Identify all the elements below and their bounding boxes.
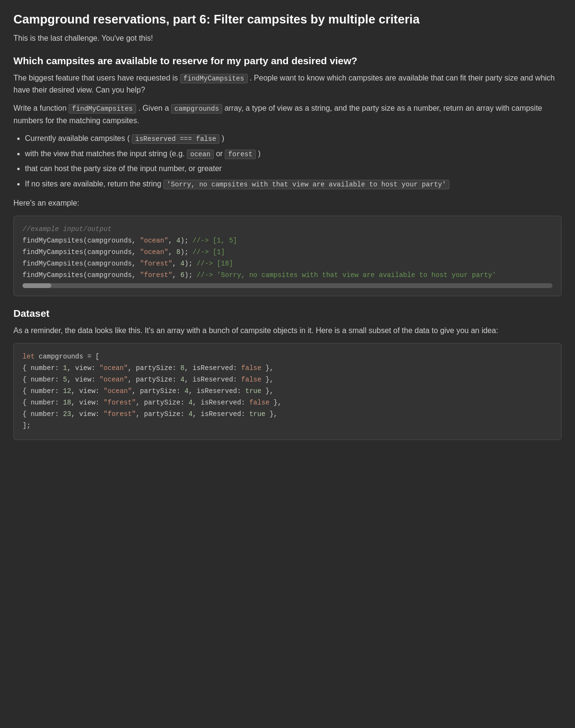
ds-row1-ps-val: 8 <box>181 364 184 372</box>
isReserved-code: isReserved === false <box>132 134 219 144</box>
ds-row2-view-val: "ocean" <box>100 376 128 383</box>
intro2-pre: Write a function <box>13 104 69 112</box>
criteria-item-1: Currently available campsites ( isReserv… <box>25 132 562 145</box>
ds-row3-pre: { number: <box>23 387 63 395</box>
ds-row2-ps-val: 4 <box>181 376 184 383</box>
ds-row2-pre: { number: <box>23 376 63 383</box>
ds-close: ]; <box>23 420 552 432</box>
code-fn4: findMyCampsites(campgrounds, <box>23 271 140 279</box>
bullet1-post: ) <box>222 134 224 142</box>
code-num4: 6 <box>181 271 184 279</box>
example-label: Here's an example: <box>13 197 562 209</box>
question-heading: Which campsites are available to reserve… <box>13 54 562 67</box>
ds-row1-ps-label: , partySize: <box>128 364 181 372</box>
ds-row3-res-val: true <box>245 387 262 395</box>
criteria-item-4: If no sites are available, return the st… <box>25 178 562 190</box>
code-line-1: findMyCampsites(campgrounds, "ocean", 4)… <box>23 235 552 247</box>
page-title: Campground reservations, part 6: Filter … <box>13 12 562 27</box>
ds-row2-close: }, <box>261 376 273 383</box>
dataset-code-block: let campgrounds = [ { number: 1, view: "… <box>13 343 562 439</box>
ds-row2-res-label: , isReserved: <box>184 376 241 383</box>
dataset-section: Dataset As a reminder, the data looks li… <box>13 307 562 440</box>
code-num1: 4 <box>176 237 180 244</box>
ds-row-2: { number: 5, view: "ocean", partySize: 4… <box>23 374 552 386</box>
ds-row1-pre: { number: <box>23 364 63 372</box>
ds-row-4: { number: 18, view: "forest", partySize:… <box>23 397 552 409</box>
code-comment: //example input/output <box>23 225 112 233</box>
ds-row4-ps-label: , partySize: <box>136 399 189 406</box>
code-result1: //-> [1, 5] <box>193 237 237 244</box>
ds-row5-res-label: , isReserved: <box>193 410 249 418</box>
bullet2-or: or <box>216 150 225 158</box>
ds-row3-ps-label: , partySize: <box>132 387 184 395</box>
ds-row5-view-val: "forest" <box>104 410 136 418</box>
bullet4-pre: If no sites are available, return the st… <box>25 180 163 188</box>
scrollbar-track[interactable] <box>23 283 552 288</box>
ds-row-5: { number: 23, view: "forest", partySize:… <box>23 409 552 420</box>
code-str1: "ocean" <box>140 237 168 244</box>
code-sep3: , <box>172 260 181 267</box>
code-sep4: , <box>172 271 181 279</box>
campgrounds-inline: campgrounds <box>171 104 222 114</box>
ds-row2-ps-label: , partySize: <box>128 376 181 383</box>
ds-row1-close: }, <box>261 364 273 372</box>
code-result3: //-> [18] <box>196 260 233 267</box>
ds-declaration: let campgrounds = [ <box>23 351 552 363</box>
bullet1-pre: Currently available campsites ( <box>25 134 132 142</box>
bullet2-post: ) <box>258 150 260 158</box>
ds-row5-close: }, <box>265 410 277 418</box>
code-num2: 8 <box>176 248 180 256</box>
ds-row4-close: }, <box>269 399 281 406</box>
ds-row4-view-label: , view: <box>71 399 104 406</box>
code-close3: ); <box>184 260 196 267</box>
ds-keyword: let <box>23 353 34 360</box>
ds-row2-view-label: , view: <box>67 376 100 383</box>
ds-row3-close: }, <box>261 387 273 395</box>
ds-row5-pre: { number: <box>23 410 63 418</box>
ds-row4-res-val: false <box>249 399 269 406</box>
code-close4: ); <box>184 271 196 279</box>
code-result2: //-> [1] <box>193 248 225 256</box>
code-fn1: findMyCampsites(campgrounds, <box>23 237 140 244</box>
forest-code: forest <box>225 150 256 159</box>
sorry-string-code: 'Sorry, no campsites with that view are … <box>163 180 449 189</box>
ds-row4-ps-val: 4 <box>188 399 192 406</box>
ds-row4-pre: { number: <box>23 399 63 406</box>
ds-row5-num: 23 <box>63 410 71 418</box>
ds-varname: campgrounds = [ <box>34 353 99 360</box>
ds-row1-res-val: false <box>241 364 261 372</box>
ds-row5-ps-val: 4 <box>188 410 192 418</box>
ds-row1-view-val: "ocean" <box>100 364 128 372</box>
bullet2-pre: with the view that matches the input str… <box>25 150 187 158</box>
criteria-item-2: with the view that matches the input str… <box>25 148 562 160</box>
ds-row3-view-val: "ocean" <box>104 387 132 395</box>
code-close1: ); <box>181 237 193 244</box>
code-str2: "ocean" <box>140 248 168 256</box>
code-close2: ); <box>181 248 193 256</box>
code-fn2: findMyCampsites(campgrounds, <box>23 248 140 256</box>
ds-row3-num: 12 <box>63 387 71 395</box>
ds-row1-view-label: , view: <box>67 364 100 372</box>
code-sep2: , <box>168 248 176 256</box>
scrollbar-thumb[interactable] <box>23 283 51 288</box>
ocean-code: ocean <box>187 150 214 159</box>
code-fn3: findMyCampsites(campgrounds, <box>23 260 140 267</box>
dataset-heading: Dataset <box>13 307 562 320</box>
ds-row4-num: 18 <box>63 399 71 406</box>
ds-row5-res-val: true <box>249 410 265 418</box>
intro1-pre: The biggest feature that users have requ… <box>13 74 180 82</box>
code-line-2: findMyCampsites(campgrounds, "ocean", 8)… <box>23 247 552 258</box>
ds-row1-res-label: , isReserved: <box>184 364 241 372</box>
ds-row2-num: 5 <box>63 376 67 383</box>
ds-row1-num: 1 <box>63 364 67 372</box>
code-sep1: , <box>168 237 176 244</box>
code-line-4: findMyCampsites(campgrounds, "forest", 6… <box>23 270 552 281</box>
ds-row4-view-val: "forest" <box>104 399 136 406</box>
criteria-item-3: that can host the party size of the inpu… <box>25 162 562 175</box>
ds-row3-res-label: , isReserved: <box>188 387 245 395</box>
findMyCampsites-inline-1: findMyCampsites <box>180 74 248 83</box>
ds-row-3: { number: 12, view: "ocean", partySize: … <box>23 386 552 397</box>
code-result4: //-> 'Sorry, no campsites with that view… <box>196 271 496 279</box>
subtitle-text: This is the last challenge. You've got t… <box>13 32 562 45</box>
code-num3: 4 <box>181 260 184 267</box>
